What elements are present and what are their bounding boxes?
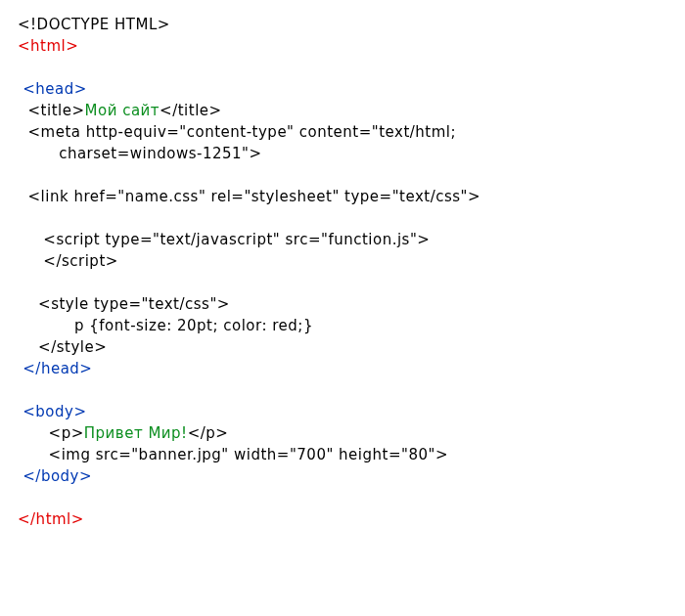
indent	[18, 145, 59, 162]
code-token: <body>	[23, 403, 86, 420]
indent	[18, 252, 43, 270]
code-line	[18, 487, 685, 508]
code-token: </html>	[18, 510, 84, 528]
code-line: <p>Привет Мир!</p>	[18, 422, 685, 444]
code-token: <style type="text/css">	[38, 295, 230, 313]
indent	[18, 338, 38, 356]
code-line: </body>	[18, 465, 685, 487]
code-line: <!DOCTYPE HTML>	[18, 14, 685, 35]
code-line	[18, 57, 685, 78]
indent	[18, 317, 74, 334]
code-line: <body>	[18, 401, 685, 422]
indent	[18, 446, 49, 463]
code-token: <title>	[28, 102, 85, 119]
code-token: <html>	[18, 37, 78, 55]
indent	[18, 123, 28, 141]
code-line: <title>Мой сайт</title>	[18, 100, 685, 121]
code-token: </body>	[23, 467, 92, 485]
code-line: </head>	[18, 358, 685, 379]
code-line	[18, 164, 685, 186]
code-token: <script type="text/javascript" src="func…	[43, 231, 430, 248]
code-token: </script>	[43, 252, 118, 270]
code-block: <!DOCTYPE HTML><html> <head> <title>Мой …	[0, 0, 685, 530]
indent	[18, 102, 28, 119]
code-line: <head>	[18, 78, 685, 100]
code-line	[18, 379, 685, 401]
code-token: <head>	[23, 80, 87, 98]
code-token: <p>	[49, 424, 84, 442]
indent	[18, 295, 38, 313]
code-token: <meta http-equiv="content-type" content=…	[28, 123, 457, 141]
code-token: <link href="name.css" rel="stylesheet" t…	[28, 188, 481, 205]
indent	[18, 188, 28, 205]
code-line: <link href="name.css" rel="stylesheet" t…	[18, 186, 685, 207]
code-token: charset=windows-1251">	[59, 145, 261, 162]
code-line: </html>	[18, 508, 685, 530]
code-token: Мой сайт	[85, 102, 160, 119]
code-line: charset=windows-1251">	[18, 143, 685, 164]
code-token: </p>	[188, 424, 229, 442]
indent	[18, 424, 49, 442]
code-token: Привет Мир!	[84, 424, 188, 442]
code-token: p {font-size: 20pt; color: red;}	[74, 317, 313, 334]
code-line: </script>	[18, 250, 685, 272]
code-line: <script type="text/javascript" src="func…	[18, 229, 685, 250]
code-line: <img src="banner.jpg" width="700" height…	[18, 444, 685, 465]
code-line: <style type="text/css">	[18, 293, 685, 315]
code-token: <img src="banner.jpg" width="700" height…	[49, 446, 448, 463]
code-line: p {font-size: 20pt; color: red;}	[18, 315, 685, 336]
code-token: </title>	[160, 102, 222, 119]
code-token: <!DOCTYPE HTML>	[18, 16, 170, 33]
code-line: </style>	[18, 336, 685, 358]
indent	[18, 231, 43, 248]
code-line	[18, 272, 685, 293]
code-line: <meta http-equiv="content-type" content=…	[18, 121, 685, 143]
code-token: </style>	[38, 338, 107, 356]
code-line: <html>	[18, 35, 685, 57]
code-token: </head>	[23, 360, 92, 377]
code-line	[18, 207, 685, 229]
